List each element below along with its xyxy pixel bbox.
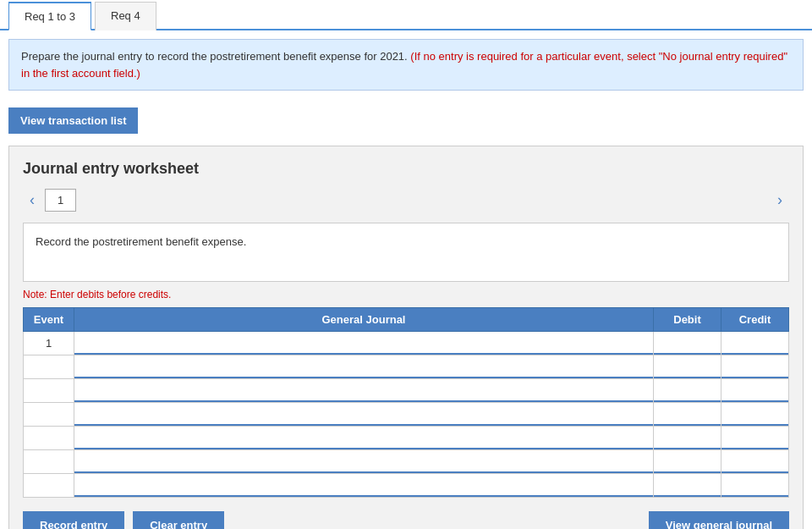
table-row (24, 474, 789, 498)
credit-cell-2 (721, 355, 789, 379)
debit-cell-4 (654, 403, 721, 427)
bottom-buttons: Record entry Clear entry View general jo… (23, 511, 789, 529)
credit-input-2[interactable] (721, 355, 788, 378)
credit-input-4[interactable] (721, 403, 788, 426)
gj-cell-3 (74, 379, 654, 403)
table-row: 1 (24, 332, 789, 355)
journal-table: Event General Journal Debit Credit 1 (23, 307, 789, 498)
gj-input-5[interactable] (74, 427, 653, 449)
debit-cell-6 (654, 450, 721, 474)
nav-row: ‹ 1 › (23, 188, 789, 212)
gj-input-7[interactable] (74, 474, 653, 497)
debit-input-7[interactable] (654, 474, 721, 497)
debit-input-4[interactable] (654, 403, 721, 426)
gj-cell-7 (74, 474, 654, 498)
debit-cell-2 (654, 355, 721, 379)
credit-cell-5 (721, 427, 789, 450)
event-cell-3 (24, 379, 74, 403)
gj-cell-5 (74, 427, 654, 450)
instruction-main-text: Prepare the journal entry to record the … (21, 50, 408, 63)
view-general-journal-button[interactable]: View general journal (649, 511, 789, 529)
description-text: Record the postretirement benefit expens… (36, 235, 246, 248)
prev-arrow[interactable]: ‹ (23, 188, 41, 212)
next-arrow[interactable]: › (771, 188, 789, 212)
event-cell-5 (24, 427, 74, 450)
debit-cell-1 (654, 332, 721, 355)
credit-cell-3 (721, 379, 789, 403)
event-cell-7 (24, 474, 74, 498)
credit-input-3[interactable] (721, 379, 788, 402)
gj-input-3[interactable] (74, 379, 653, 402)
table-row (24, 355, 789, 379)
credit-cell-4 (721, 403, 789, 427)
col-event: Event (24, 308, 74, 332)
gj-input-4[interactable] (74, 403, 653, 426)
debit-input-2[interactable] (654, 355, 721, 378)
col-debit: Debit (654, 308, 721, 332)
worksheet-title: Journal entry worksheet (23, 160, 789, 178)
gj-cell-2 (74, 355, 654, 379)
debit-cell-7 (654, 474, 721, 498)
page-tab[interactable]: 1 (45, 189, 76, 212)
record-entry-button[interactable]: Record entry (23, 511, 124, 529)
col-general-journal: General Journal (74, 308, 654, 332)
tab-req1to3[interactable]: Req 1 to 3 (8, 2, 91, 30)
gj-input-2[interactable] (74, 355, 653, 378)
event-cell-1: 1 (24, 332, 74, 355)
table-row (24, 450, 789, 474)
table-row (24, 379, 789, 403)
debit-input-3[interactable] (654, 379, 721, 402)
debit-input-1[interactable] (654, 332, 721, 355)
credit-input-1[interactable] (721, 332, 788, 355)
gj-cell-6 (74, 450, 654, 474)
note-text: Note: Enter debits before credits. (23, 289, 789, 300)
table-row (24, 403, 789, 427)
credit-cell-1 (721, 332, 789, 355)
debit-cell-3 (654, 379, 721, 403)
debit-cell-5 (654, 427, 721, 450)
credit-cell-6 (721, 450, 789, 474)
tabs-container: Req 1 to 3 Req 4 (0, 0, 812, 30)
credit-input-7[interactable] (721, 474, 788, 497)
description-box: Record the postretirement benefit expens… (23, 223, 789, 282)
debit-input-6[interactable] (654, 450, 721, 473)
event-cell-6 (24, 450, 74, 474)
credit-input-5[interactable] (721, 427, 788, 449)
event-cell-4 (24, 403, 74, 427)
gj-input-1[interactable] (74, 332, 653, 355)
gj-input-6[interactable] (74, 450, 653, 473)
worksheet-container: Journal entry worksheet ‹ 1 › Record the… (8, 146, 804, 529)
credit-input-6[interactable] (721, 450, 788, 473)
debit-input-5[interactable] (654, 427, 721, 449)
tab-req4[interactable]: Req 4 (95, 2, 156, 30)
credit-cell-7 (721, 474, 789, 498)
instruction-banner: Prepare the journal entry to record the … (8, 39, 804, 91)
gj-cell-4 (74, 403, 654, 427)
col-credit: Credit (721, 308, 789, 332)
view-transaction-button[interactable]: View transaction list (8, 107, 138, 134)
clear-entry-button[interactable]: Clear entry (133, 511, 224, 529)
event-cell-2 (24, 355, 74, 379)
gj-cell-1 (74, 332, 654, 355)
table-row (24, 427, 789, 450)
